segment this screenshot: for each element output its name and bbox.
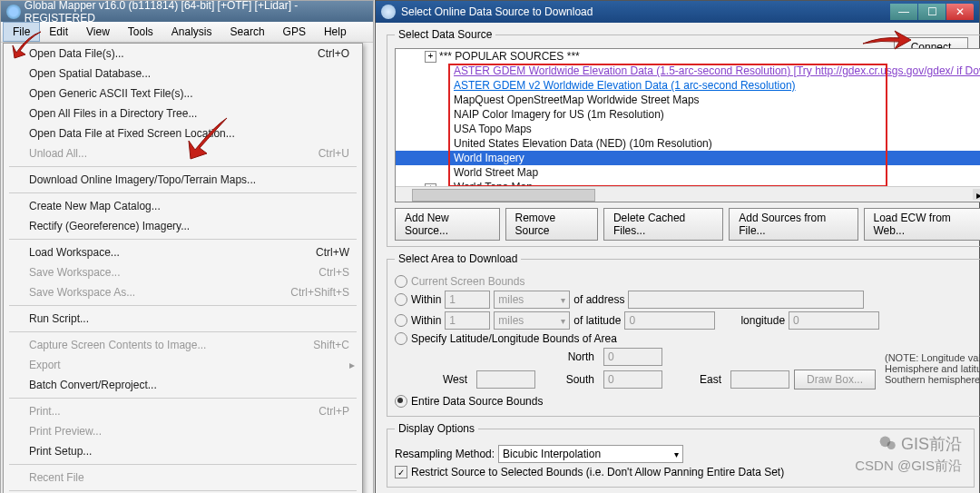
tree-item[interactable]: World Imagery [396,151,980,165]
menu-file[interactable]: File [3,22,40,42]
menu-item[interactable]: Export [4,355,362,375]
longitude-label: longitude [740,314,785,327]
east-label: East [667,373,721,386]
hemisphere-note: (NOTE: Longitude values in the Western H… [885,352,980,385]
scrollbar-thumb[interactable] [412,189,595,202]
south-label: South [540,373,594,386]
src-btn-3[interactable]: Add Sources from File... [729,208,858,241]
menu-item[interactable]: Print...Ctrl+P [4,401,362,421]
menu-item[interactable]: Open Generic ASCII Text File(s)... [4,84,362,104]
tree-item[interactable]: NAIP Color Imagery for US (1m Resolution… [396,107,980,122]
menu-item[interactable]: Batch Convert/Reproject... [4,375,362,395]
watermark: GIS前沿 CSDN @GIS前沿 [855,433,962,475]
scroll-right-arrow[interactable]: ▸ [973,189,980,200]
within-label-1: Within [411,293,441,306]
current-bounds-label: Current Screen Bounds [411,275,524,288]
radio-within-address[interactable] [395,293,407,306]
within-unit-1[interactable]: miles [494,291,570,309]
menu-item[interactable]: Save Workspace As...Ctrl+Shift+S [4,282,362,302]
src-btn-1[interactable]: Remove Source [505,208,598,241]
main-title: Global Mapper v16.0 (b111814) [64-bit] [… [24,0,368,25]
dialog-title: Select Online Data Source to Download [401,5,593,18]
menu-item[interactable]: Open Data File(s)...Ctrl+O [4,44,362,64]
restrict-checkbox[interactable]: ✓ [395,466,407,478]
menu-item[interactable]: Rectify (Georeference) Imagery... [4,216,362,236]
radio-within-latlon[interactable] [395,314,407,327]
tree-scrollbar[interactable]: ▸ [396,186,980,202]
east-field[interactable] [730,370,789,389]
file-menu-dropdown[interactable]: Open Data File(s)...Ctrl+OOpen Spatial D… [3,43,363,493]
west-field[interactable] [476,370,535,389]
menu-search[interactable]: Search [221,23,274,41]
menu-item[interactable]: Download Online Imagery/Topo/Terrain Map… [4,170,362,190]
select-area-legend: Select Area to Download [395,252,521,265]
menu-gps[interactable]: GPS [274,23,315,41]
menu-item[interactable]: Run Script... [4,309,362,329]
svg-point-1 [887,441,896,449]
west-label: West [413,373,467,386]
menu-item[interactable]: Recent File [4,468,362,488]
src-btn-0[interactable]: Add New Source... [395,208,500,241]
entire-bounds-label: Entire Data Source Bounds [411,395,543,408]
north-field[interactable]: 0 [603,348,662,366]
menu-help[interactable]: Help [315,23,356,41]
specify-bounds-label: Specify Latitude/Longitude Bounds of Are… [411,332,617,345]
main-titlebar: Global Mapper v16.0 (b111814) [64-bit] [… [1,1,373,22]
tree-item[interactable]: United States Elevation Data (NED) (10m … [396,136,980,151]
resampling-combo[interactable]: Bicubic Interpolation [498,445,683,463]
menu-item[interactable]: Open Data File at Fixed Screen Location.… [4,123,362,143]
radio-entire-bounds[interactable] [395,395,407,408]
within-label-2: Within [411,314,441,327]
north-label: North [540,350,594,363]
of-latitude-label: of latitude [573,314,621,327]
minimize-button[interactable]: — [890,4,917,20]
radio-current-bounds[interactable] [395,275,407,288]
menu-edit[interactable]: Edit [40,23,77,41]
draw-box-button[interactable]: Draw Box... [794,370,876,389]
maximize-button[interactable]: ☐ [918,4,946,20]
app-icon [6,5,21,19]
radio-specify-bounds[interactable] [395,332,407,345]
resampling-label: Resampling Method: [395,448,495,460]
select-data-source-legend: Select Data Source [395,28,495,41]
menu-tools[interactable]: Tools [119,23,162,41]
within-dist-2[interactable]: 1 [445,311,490,330]
menu-item[interactable]: Load Workspace...Ctrl+W [4,242,362,262]
tree-category[interactable]: *** POPULAR SOURCES *** [396,49,980,64]
close-window-button[interactable]: ✕ [946,4,974,20]
main-menubar[interactable]: File Edit View Tools Analysis Search GPS… [1,22,373,43]
longitude-field[interactable]: 0 [789,311,879,330]
menu-item[interactable]: Open All Files in a Directory Tree... [4,104,362,123]
select-data-source-group: Select Data Source ++− *** POPULAR SOURC… [387,28,980,247]
data-source-tree[interactable]: ++− *** POPULAR SOURCES ***ASTER GDEM Wo… [395,48,980,202]
display-options-legend: Display Options [395,422,478,435]
dialog-icon [381,5,396,19]
menu-item[interactable]: Capture Screen Contents to Image...Shift… [4,335,362,355]
south-field[interactable]: 0 [603,370,662,389]
within-unit-2[interactable]: miles [494,311,570,330]
dialog-titlebar: Select Online Data Source to Download — … [376,1,979,23]
address-field[interactable] [628,291,864,309]
within-dist-1[interactable]: 1 [445,291,490,309]
tree-item[interactable]: World Street Map [396,165,980,180]
select-area-group: Select Area to Download Current Screen B… [387,252,980,417]
tree-item[interactable]: ASTER GDEM v2 Worldwide Elevation Data (… [396,78,980,93]
menu-item[interactable]: Open Spatial Database... [4,64,362,84]
tree-item[interactable]: ASTER GDEM Worldwide Elevation Data (1.5… [396,64,980,78]
menu-item[interactable]: Save Workspace...Ctrl+S [4,262,362,282]
menu-item[interactable]: Unload All...Ctrl+U [4,143,362,163]
menu-analysis[interactable]: Analysis [162,23,221,41]
src-btn-2[interactable]: Delete Cached Files... [603,208,723,241]
menu-view[interactable]: View [77,23,119,41]
source-buttons-row: Add New Source...Remove SourceDelete Cac… [395,208,980,241]
menu-item[interactable]: Print Preview... [4,421,362,441]
tree-item[interactable]: USA Topo Maps [396,122,980,136]
menu-item[interactable]: Print Setup... [4,441,362,461]
restrict-label: Restrict Source to Selected Bounds (i.e.… [411,466,784,478]
download-dialog: Select Online Data Source to Download — … [375,0,980,493]
tree-item[interactable]: MapQuest OpenStreetMap Worldwide Street … [396,93,980,107]
menu-item[interactable]: Create New Map Catalog... [4,196,362,216]
latitude-field[interactable]: 0 [624,311,715,330]
src-btn-4[interactable]: Load ECW from Web... [864,208,981,241]
global-mapper-window: Global Mapper v16.0 (b111814) [64-bit] [… [0,0,374,493]
